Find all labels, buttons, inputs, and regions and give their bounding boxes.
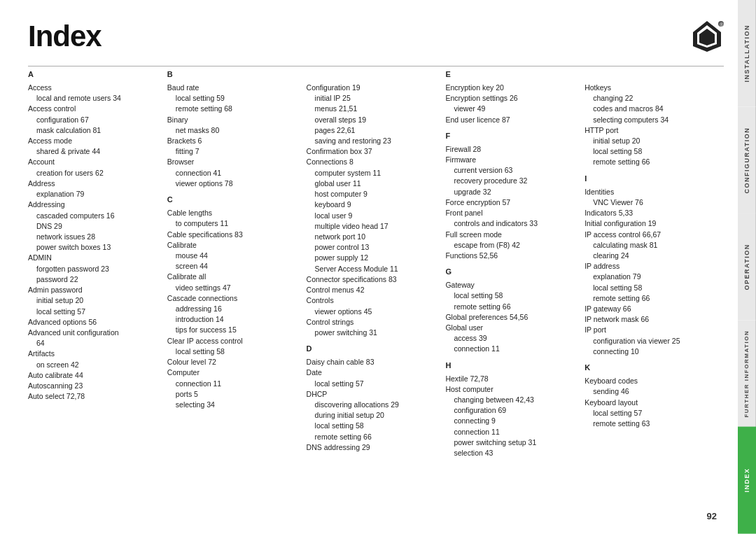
index-columns: A Access local and remote users 34 Acces… [28,69,724,458]
section-spacer2 [584,69,717,80]
logo: ® [690,20,724,53]
section-a: A [28,69,160,80]
section-c: C [167,195,300,206]
section-h: H [445,360,578,372]
section-k: K [584,363,717,374]
page-title: Index [28,20,724,53]
tab-further-information[interactable]: FURTHER INFORMATION [738,321,756,428]
section-b: B [167,69,300,80]
section-i: I [584,174,717,185]
tab-index[interactable]: INDEX [738,427,756,534]
index-col-2: B Baud rate local setting 59 remote sett… [167,69,307,458]
section-f: F [445,131,578,142]
section-g: G [445,267,578,278]
section-spacer1 [307,69,439,80]
index-col-3: Configuration 19 initial IP 25 menus 21,… [307,69,446,458]
section-e: E [445,69,578,80]
tab-configuration[interactable]: CONFIGURATION [738,107,756,214]
page-container: ® Index A Access local and remote users … [0,0,756,534]
index-col-5: Hotkeys changing 22 codes and macros 84 … [584,69,724,458]
svg-text:®: ® [720,22,724,28]
index-col-4: E Encryption key 20 Encryption settings … [445,69,584,458]
page-number: 92 [707,511,717,521]
main-content: ® Index A Access local and remote users … [0,0,738,534]
tab-operation[interactable]: OPERATION [738,213,756,321]
section-d: D [307,344,439,355]
sidebar-tabs: INSTALLATION CONFIGURATION OPERATION FUR… [738,0,756,534]
title-divider [28,66,724,66]
index-col-1: A Access local and remote users 34 Acces… [28,69,167,458]
tab-installation[interactable]: INSTALLATION [738,0,756,107]
